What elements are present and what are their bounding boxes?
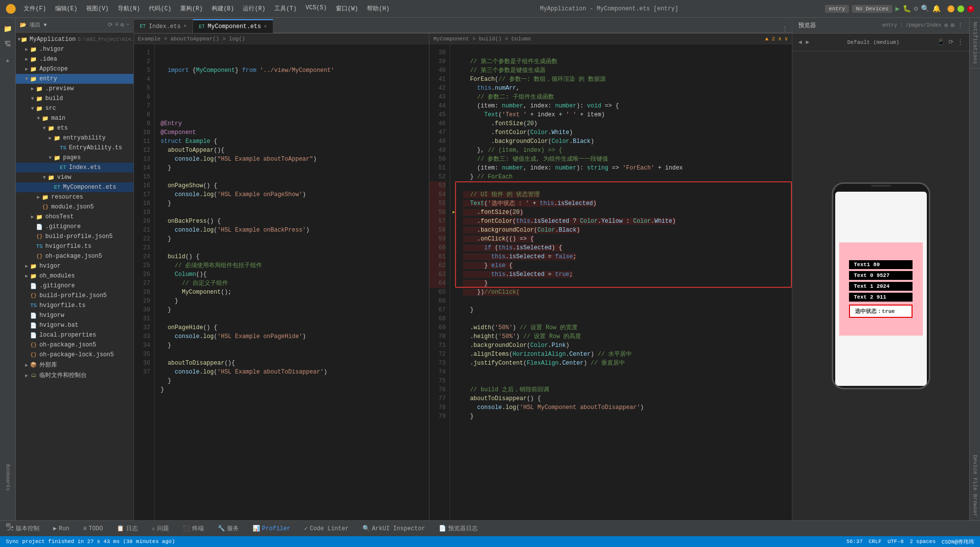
tree-build-json[interactable]: ▶ {} build-profile.json5 (16, 232, 133, 241)
menu-refactor[interactable]: 重构(R) (176, 3, 207, 14)
run-tool-btn[interactable]: ▶ Run (50, 524, 72, 533)
arkui-inspector-btn[interactable]: 🔍 ArkUI Inspector (359, 524, 428, 533)
settings-btn[interactable]: ⚙ (914, 4, 918, 13)
tree-oh-pkg[interactable]: ▶ {} oh-package.json5 (16, 340, 133, 350)
close-tree-icon[interactable]: − (126, 21, 130, 29)
menu-build[interactable]: 构建(B) (208, 3, 238, 14)
tree-entryability-ts[interactable]: ▶ TS EntryAbility.ts (16, 143, 133, 153)
selected-state-btn[interactable]: 选中状态：true (849, 305, 913, 318)
indentation[interactable]: 2 spaces (910, 539, 936, 545)
menu-vcs[interactable]: VCS(S) (301, 3, 330, 14)
tab-mycomponent-ets[interactable]: ET MyComponent.ets × (193, 19, 273, 33)
tree-hvigorw-bat[interactable]: ▶ 📄 hvigorw.bat (16, 320, 133, 330)
maximize-btn[interactable]: □ (957, 5, 964, 12)
tree-local-props[interactable]: ▶ 📄 local.properties (16, 330, 133, 340)
tab-index-ets[interactable]: ET Index.ets × (134, 19, 193, 33)
profiler-btn[interactable]: 📊 Profiler (250, 524, 294, 533)
services-btn[interactable]: 🔧 服务 (215, 523, 242, 534)
terminal-btn[interactable]: ⬛ 终端 (180, 523, 207, 534)
no-devices-btn[interactable]: No Devices (852, 5, 892, 13)
encoding[interactable]: UTF-8 (887, 539, 904, 545)
tree-external[interactable]: ▶ 📦 外部库 (16, 360, 133, 370)
menu-edit[interactable]: 编辑(E) (51, 3, 82, 14)
tree-module-json[interactable]: ▶ {} module.json5 (16, 202, 133, 212)
tree-index-ets[interactable]: ▶ ET Index.ets (16, 163, 133, 172)
tree-oh-pkg-lock[interactable]: ▶ {} oh-package-lock.json5 (16, 350, 133, 360)
log-btn[interactable]: 📋 日志 (114, 523, 141, 534)
refresh-icon[interactable]: ⟳ (948, 38, 953, 46)
preview-settings-icon[interactable]: ⚙ (945, 22, 948, 29)
entry-selector[interactable]: entry (825, 5, 849, 13)
menu-code[interactable]: 代码(C) (145, 3, 175, 14)
editor-more-btn[interactable]: ⋮ (778, 25, 792, 33)
version-control-btn[interactable]: ⎇ 版本控制 (4, 523, 42, 534)
tree-root[interactable]: ▼ 📁 MyApplication D:\002_Project\014... (16, 34, 133, 44)
code-content-right[interactable]: // 第二个参数是子组件生成函数 // 第三个参数是键值生成器 ForEach(… (457, 44, 792, 520)
sidebar-structure-bottom-icon[interactable]: 结构 (3, 516, 12, 520)
tree-resources[interactable]: ▶ 📁 resources (16, 192, 133, 202)
tree-ets[interactable]: ▼ 📁 ets (16, 123, 133, 133)
device-file-browser-tab[interactable]: Device File Browser (970, 451, 980, 520)
tree-oh-modules[interactable]: ▶ 📁 oh_modules (16, 271, 133, 281)
next-btn[interactable]: ▶ (806, 38, 809, 46)
menu-run[interactable]: 运行(R) (239, 3, 269, 14)
tree-hvigorw[interactable]: ▶ 📄 hvigorw (16, 310, 133, 320)
tree-hvigor-root[interactable]: ▶ 📁 hvigor (16, 261, 133, 271)
tree-hvigor[interactable]: ▶ 📁 .hvigor (16, 44, 133, 54)
code-area-left[interactable]: 12345 678910 1112131415 1617181920 21222… (134, 44, 429, 520)
menu-tools[interactable]: 工具(T) (270, 3, 301, 14)
menu-help[interactable]: 帮助(H) (363, 3, 393, 14)
phone-icon[interactable]: 📱 (937, 38, 945, 46)
tree-build[interactable]: ▼ 📁 build (16, 94, 133, 103)
text1-2024-btn[interactable]: Text 1 2024 (849, 282, 913, 291)
preview-grid-icon[interactable]: ⊞ (951, 22, 954, 29)
prev-btn[interactable]: ◀ (798, 38, 802, 46)
tab-mycomponent-close[interactable]: × (264, 24, 267, 30)
debug-btn[interactable]: 🐛 (903, 4, 911, 13)
menu-view[interactable]: 视图(V) (82, 3, 113, 14)
tree-temp[interactable]: ▶ 🗂 临时文件和控制台 (16, 370, 133, 380)
text2-btn[interactable]: Text 2 911 (849, 293, 913, 302)
sidebar-favorites-icon[interactable]: ★ (1, 53, 15, 67)
tree-pages[interactable]: ▼ 📁 pages (16, 153, 133, 163)
search-btn[interactable]: 🔍 (921, 4, 929, 13)
todo-btn[interactable]: ≡ TODO (80, 524, 106, 533)
tree-hvigorfile-root[interactable]: ▶ TS hvigorfile.ts (16, 301, 133, 310)
text0-btn[interactable]: Text 0 9527 (849, 271, 913, 280)
line-separator[interactable]: CRLF (869, 539, 882, 545)
menu-window[interactable]: 窗口(W) (332, 3, 362, 14)
close-btn[interactable]: × (967, 5, 974, 12)
tree-entry[interactable]: ▼ 📁 entry (16, 74, 133, 84)
code-content-left[interactable]: import {MyComponent} from '../view/MyCom… (155, 44, 429, 520)
tree-view[interactable]: ▼ 📁 view (16, 172, 133, 182)
tree-preview[interactable]: ▶ 📁 .preview (16, 84, 133, 94)
tree-main[interactable]: ▼ 📁 main (16, 113, 133, 123)
sidebar-project-icon[interactable]: 📁 (1, 22, 15, 35)
sync-icon[interactable]: ⟳ (108, 21, 113, 29)
menu-navigate[interactable]: 导航(N) (114, 3, 144, 14)
run-btn[interactable]: ▶ (895, 4, 899, 13)
tree-entryability[interactable]: ▶ 📁 entryability (16, 133, 133, 143)
text1-btn[interactable]: Text1 80 (849, 260, 913, 269)
more-preview-icon[interactable]: ⋮ (957, 38, 963, 46)
notifications-btn[interactable]: 🔔 (932, 4, 941, 13)
tree-idea[interactable]: ▶ 📁 .idea (16, 54, 133, 64)
code-area-right[interactable]: 3839404142 4344454647 4849505152 53 54 5… (429, 44, 792, 520)
menu-file[interactable]: 文件(F) (20, 3, 50, 14)
tree-appscope[interactable]: ▶ 📁 AppScope (16, 64, 133, 74)
code-linter-btn[interactable]: ✓ Code Linter (301, 524, 352, 533)
tree-oh-package-json[interactable]: ▶ {} oh-package.json5 (16, 251, 133, 261)
tree-ohostest[interactable]: ▶ 📁 ohosTest (16, 212, 133, 222)
tree-mycomponent-ets[interactable]: ▶ ET MyComponent.ets (16, 182, 133, 192)
tree-src[interactable]: ▼ 📁 src (16, 103, 133, 113)
sidebar-bookmarks-icon[interactable]: Bookmarks (4, 462, 11, 493)
minimize-btn[interactable]: − (947, 5, 954, 12)
notifications-tab[interactable]: Notifications (970, 18, 980, 68)
settings-tree-icon[interactable]: ⚙ (121, 21, 124, 29)
tab-index-close[interactable]: × (184, 24, 187, 29)
collapse-icon[interactable]: ≡ (115, 21, 118, 29)
cursor-position[interactable]: 56:37 (847, 539, 863, 545)
issues-btn[interactable]: ⚠ 问题 (149, 523, 172, 534)
tree-build-root[interactable]: ▶ {} build-profile.json5 (16, 291, 133, 301)
preview-log-btn[interactable]: 📄 预览器日志 (436, 523, 481, 534)
